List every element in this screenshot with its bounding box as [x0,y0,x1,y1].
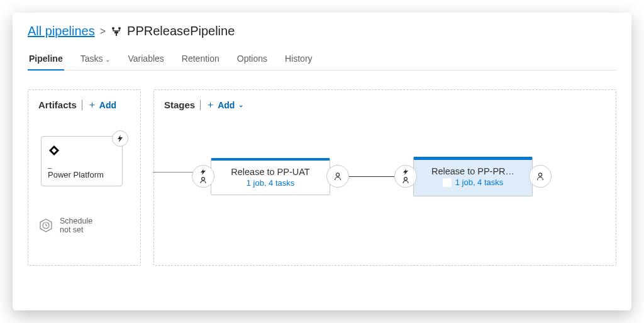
chevron-down-icon: ⌄ [105,56,110,63]
header-divider [82,100,82,110]
pre-deployment-conditions-button[interactable] [394,165,417,188]
plus-icon: ＋ [206,99,215,111]
azure-devops-icon [48,144,60,157]
stage-tasks-link[interactable]: 1 job, 4 tasks [247,178,295,188]
pre-deployment-conditions-button[interactable] [192,165,214,188]
header-divider [200,100,201,110]
breadcrumb: All pipelines > PPReleasePipeline [28,24,616,38]
person-icon [402,176,409,184]
stage-connector [349,176,394,177]
stage-tasks-link[interactable]: 1 job, 4 tasks [443,178,504,187]
stages-header: Stages ＋ Add ⌄ [164,99,606,111]
add-artifact-label: Add [99,100,116,110]
person-icon [536,172,545,181]
artifacts-header: Artifacts ＋ Add [38,99,130,111]
pipeline-icon [111,26,122,37]
schedule-trigger[interactable]: Schedule not set [38,217,130,234]
lightning-icon [116,135,124,142]
tab-history[interactable]: History [284,50,314,70]
svg-rect-3 [114,31,118,33]
add-stage-button[interactable]: ＋ Add ⌄ [206,99,243,111]
svg-point-11 [538,173,541,176]
lightning-icon [199,169,207,175]
stages-title: Stages [164,99,195,110]
chevron-down-icon: ⌄ [238,101,243,108]
stages-row: Release to PP-UAT 1 job, 4 tasks [192,157,552,196]
artifacts-title: Artifacts [38,99,77,110]
tab-variables[interactable]: Variables [126,50,165,70]
tab-retention[interactable]: Retention [180,50,221,70]
release-pipeline-editor: All pipelines > PPReleasePipeline Pipeli… [13,13,631,310]
pipeline-canvas: Artifacts ＋ Add _ Power Platform [28,89,616,266]
artifact-alias: _ [48,161,116,169]
breadcrumb-separator: > [100,26,106,37]
tab-bar: Pipeline Tasks⌄ Variables Retention Opti… [28,50,616,71]
add-artifact-button[interactable]: ＋ Add [87,99,116,111]
stage-name: Release to PP-PR… [421,166,525,176]
breadcrumb-root-link[interactable]: All pipelines [28,24,95,38]
person-icon [333,172,342,181]
artifact-to-stage-connector [153,172,193,173]
svg-point-0 [112,27,114,30]
post-deployment-conditions-button[interactable] [326,165,349,188]
stage-tasks-label: 1 job, 4 tasks [455,178,504,187]
artifact-card[interactable]: _ Power Platform [41,136,123,186]
artifact-trigger-button[interactable] [112,130,128,147]
plus-icon: ＋ [87,99,97,111]
post-deployment-conditions-button[interactable] [529,165,552,188]
tab-tasks[interactable]: Tasks⌄ [79,50,112,70]
svg-point-8 [202,178,205,181]
stages-panel: Stages ＋ Add ⌄ [153,89,616,266]
tab-tasks-label: Tasks [80,54,103,64]
person-icon [199,176,207,184]
add-stage-label: Add [218,100,235,110]
tab-pipeline[interactable]: Pipeline [28,50,64,70]
lightning-icon [402,169,409,175]
clock-icon [38,218,53,233]
svg-point-1 [118,27,121,30]
svg-point-10 [404,178,408,181]
stage-name: Release to PP-UAT [219,167,322,177]
stage-card[interactable]: Release to PP-PR… 1 job, 4 tasks [413,157,533,196]
artifacts-panel: Artifacts ＋ Add _ Power Platform [28,89,141,266]
svg-point-9 [336,173,339,176]
stage-block: Release to PP-PR… 1 job, 4 tasks [394,157,552,196]
page-title: PPReleasePipeline [127,24,235,38]
tab-options[interactable]: Options [236,50,269,70]
schedule-label: Schedule not set [60,217,92,234]
artifact-source-name: Power Platform [48,170,116,179]
stage-card[interactable]: Release to PP-UAT 1 job, 4 tasks [211,158,330,195]
stage-block: Release to PP-UAT 1 job, 4 tasks [192,158,349,195]
